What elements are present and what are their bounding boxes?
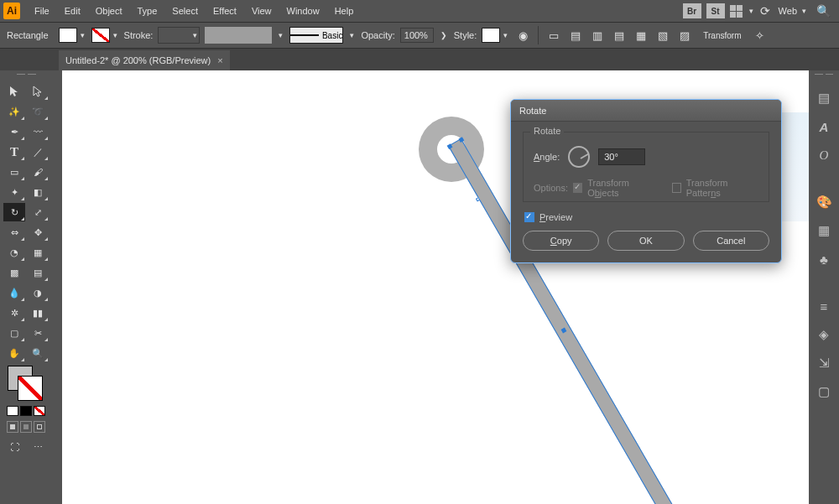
toolbox-grip[interactable]: [11, 74, 41, 79]
menu-help[interactable]: Help: [327, 0, 362, 22]
align-hcenter-icon[interactable]: ▥: [589, 27, 606, 44]
transform-panel-button[interactable]: Transform: [698, 31, 746, 40]
scale-tool[interactable]: ⤢: [27, 203, 49, 221]
symbols-panel-icon[interactable]: ♣: [815, 250, 833, 268]
menu-type[interactable]: Type: [130, 0, 165, 22]
stroke-weight-field[interactable]: ▾: [158, 27, 200, 44]
eyedropper-tool[interactable]: 💧: [3, 283, 25, 302]
align-right-icon[interactable]: ▤: [611, 27, 628, 44]
draw-inside-icon[interactable]: [34, 421, 45, 433]
bridge-button[interactable]: Br: [683, 3, 701, 18]
paintbrush-tool[interactable]: 🖌: [27, 163, 49, 181]
stroke-panel-icon[interactable]: ≡: [815, 297, 833, 315]
type-tool[interactable]: T: [3, 143, 25, 161]
stock-button[interactable]: St: [706, 3, 725, 18]
anchor-point[interactable]: [476, 197, 480, 201]
blend-tool[interactable]: ◑: [27, 283, 49, 302]
recolor-icon[interactable]: ◉: [514, 27, 531, 44]
selection-handle[interactable]: [447, 143, 453, 149]
color-panel-icon[interactable]: 🎨: [815, 193, 833, 211]
swatches-panel-icon[interactable]: ▦: [815, 221, 833, 240]
menu-object[interactable]: Object: [88, 0, 130, 22]
column-graph-tool[interactable]: ▮▮: [27, 304, 49, 322]
gradient-mode-icon[interactable]: [20, 406, 32, 416]
opacity-chevron[interactable]: ❯: [439, 31, 449, 39]
brush-chevron[interactable]: ▾: [348, 31, 356, 39]
libraries-panel-icon[interactable]: A: [815, 117, 833, 136]
pen-tool[interactable]: ✒: [3, 122, 25, 141]
line-segment-tool[interactable]: ／: [27, 143, 49, 161]
rotate-tool[interactable]: ↻: [3, 203, 25, 221]
color-mode-icon[interactable]: [7, 406, 18, 416]
draw-behind-icon[interactable]: [20, 421, 32, 433]
hand-tool[interactable]: ✋: [3, 344, 25, 362]
opacity-field[interactable]: 100%: [400, 28, 434, 43]
document-tab[interactable]: Untitled-2* @ 200% (RGB/Preview) ×: [59, 50, 230, 70]
transform-patterns-label: Transform PatternsTransform Patterns: [686, 178, 758, 198]
menu-edit[interactable]: Edit: [57, 0, 88, 22]
direct-selection-tool[interactable]: [27, 82, 49, 101]
workspace-switcher[interactable]: Web ▾: [775, 6, 811, 16]
symbol-sprayer-tool[interactable]: ✲: [3, 304, 25, 322]
style-swatch[interactable]: ▾: [482, 28, 509, 43]
perspective-grid-tool[interactable]: ▦: [27, 243, 49, 262]
angle-input[interactable]: 30°: [598, 148, 645, 165]
fill-swatch[interactable]: ▾: [59, 28, 86, 43]
eraser-tool[interactable]: ◧: [27, 183, 49, 201]
copy-button[interactable]: CopyCopy: [523, 231, 599, 251]
angle-dial[interactable]: [568, 146, 590, 168]
artboard-tool[interactable]: ▢: [3, 324, 25, 342]
menu-select[interactable]: Select: [164, 0, 206, 22]
screen-mode-icon[interactable]: ⛶: [3, 438, 25, 456]
stroke-profile-chevron[interactable]: ▾: [277, 31, 284, 39]
dock-grip[interactable]: [815, 74, 833, 79]
stroke-color[interactable]: [18, 376, 43, 401]
character-panel-icon[interactable]: O: [815, 146, 833, 164]
shaper-tool[interactable]: ✦: [3, 183, 25, 201]
rectangle-tool[interactable]: ▭: [3, 163, 25, 181]
lasso-tool[interactable]: ➰: [27, 102, 49, 121]
free-transform-tool[interactable]: ✥: [27, 223, 49, 242]
slice-tool[interactable]: ✂: [27, 324, 49, 342]
isolate-icon[interactable]: ✧: [751, 27, 768, 44]
fill-stroke-swatch[interactable]: [6, 366, 46, 403]
menu-effect[interactable]: Effect: [206, 0, 244, 22]
menu-view[interactable]: View: [244, 0, 279, 22]
workspace-label: Web: [779, 6, 797, 16]
close-tab-icon[interactable]: ×: [217, 55, 222, 65]
align-top-icon[interactable]: ▦: [633, 27, 649, 44]
search-icon[interactable]: 🔍: [811, 4, 836, 18]
mesh-tool[interactable]: ▩: [3, 263, 25, 282]
align-bottom-icon[interactable]: ▨: [676, 27, 693, 44]
zoom-tool[interactable]: 🔍: [27, 344, 49, 362]
menu-file[interactable]: File: [27, 0, 57, 22]
width-tool[interactable]: ⇔: [3, 223, 25, 242]
stroke-profile[interactable]: [205, 27, 272, 44]
cancel-button[interactable]: Cancel: [693, 231, 769, 251]
preview-checkbox[interactable]: [524, 212, 534, 222]
artboards-panel-icon[interactable]: ▢: [815, 382, 833, 401]
none-mode-icon[interactable]: [34, 406, 45, 416]
curvature-tool[interactable]: 〰: [27, 122, 49, 141]
ok-button[interactable]: OK: [607, 231, 684, 251]
layers-panel-icon[interactable]: ◈: [815, 325, 833, 344]
arrange-chevron-icon[interactable]: ▾: [748, 7, 755, 15]
selection-tool[interactable]: [3, 82, 25, 101]
magic-wand-tool[interactable]: ✨: [3, 102, 25, 121]
align-left-icon[interactable]: ▤: [567, 27, 584, 44]
brush-selector[interactable]: Basic: [289, 27, 343, 44]
align-vcenter-icon[interactable]: ▧: [654, 27, 671, 44]
asset-export-panel-icon[interactable]: ⇲: [815, 354, 833, 372]
menu-window[interactable]: Window: [279, 0, 327, 22]
properties-panel-icon[interactable]: ▤: [815, 89, 833, 107]
selection-handle[interactable]: [561, 328, 567, 334]
shape-builder-tool[interactable]: ◔: [3, 243, 25, 262]
align-to-icon[interactable]: ▭: [545, 27, 562, 44]
sync-icon[interactable]: ⟳: [760, 4, 770, 18]
edit-toolbar-icon[interactable]: ⋯: [27, 438, 49, 456]
arrange-documents-icon[interactable]: [730, 5, 743, 18]
gradient-tool[interactable]: ▤: [27, 263, 49, 282]
dialog-titlebar[interactable]: Rotate: [511, 100, 781, 122]
draw-normal-icon[interactable]: [7, 421, 18, 433]
stroke-swatch[interactable]: ▾: [91, 28, 119, 43]
